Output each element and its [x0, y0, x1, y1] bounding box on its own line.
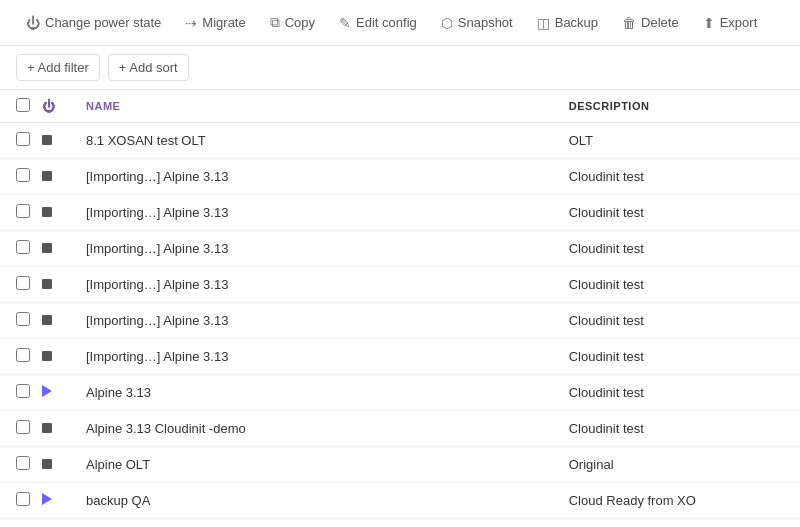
row-status-cell: [38, 159, 74, 195]
edit-icon: ✎: [339, 15, 351, 31]
row-status-cell: [38, 195, 74, 231]
snapshot-label: Snapshot: [458, 15, 513, 30]
row-status-cell: [38, 411, 74, 447]
description-column-header: Description: [557, 90, 800, 123]
row-name: Alpine OLT: [74, 447, 557, 483]
row-checkbox-cell: [0, 159, 38, 195]
row-checkbox[interactable]: [16, 348, 30, 362]
row-checkbox-cell: [0, 411, 38, 447]
row-checkbox[interactable]: [16, 456, 30, 470]
row-description: Cloudinit test: [557, 303, 800, 339]
name-column-header: Name: [74, 90, 557, 123]
table-row: backup QACloud Ready from XO: [0, 483, 800, 519]
status-stopped-icon: [42, 135, 52, 145]
snapshot-button[interactable]: ⬡ Snapshot: [431, 9, 523, 37]
row-checkbox-cell: [0, 267, 38, 303]
add-sort-button[interactable]: + Add sort: [108, 54, 189, 81]
table-row: Alpine OLTOriginal: [0, 447, 800, 483]
row-description: Cloudinit test: [557, 231, 800, 267]
row-checkbox[interactable]: [16, 204, 30, 218]
power-icon: ⏻: [26, 15, 40, 31]
backup-button[interactable]: ◫ Backup: [527, 9, 608, 37]
row-description: Cloudinit test: [557, 195, 800, 231]
copy-button[interactable]: ⧉ Copy: [260, 8, 325, 37]
row-checkbox[interactable]: [16, 240, 30, 254]
row-status-cell: [38, 267, 74, 303]
vm-table: ⏻ Name Description 8.1 XOSAN test OLTOLT…: [0, 90, 800, 519]
table-row: [Importing…] Alpine 3.13Cloudinit test: [0, 303, 800, 339]
row-checkbox[interactable]: [16, 420, 30, 434]
migrate-icon: ⇢: [185, 15, 197, 31]
row-checkbox-cell: [0, 483, 38, 519]
row-status-cell: [38, 339, 74, 375]
row-description: Cloudinit test: [557, 267, 800, 303]
row-name: 8.1 XOSAN test OLT: [74, 123, 557, 159]
row-status-cell: [38, 483, 74, 519]
row-checkbox[interactable]: [16, 492, 30, 506]
row-checkbox-cell: [0, 303, 38, 339]
add-sort-label: + Add sort: [119, 60, 178, 75]
row-name: [Importing…] Alpine 3.13: [74, 195, 557, 231]
export-button[interactable]: ⬆ Export: [693, 9, 768, 37]
filter-bar: + Add filter + Add sort: [0, 46, 800, 90]
table-row: [Importing…] Alpine 3.13Cloudinit test: [0, 231, 800, 267]
row-checkbox[interactable]: [16, 312, 30, 326]
change-power-state-button[interactable]: ⏻ Change power state: [16, 9, 171, 37]
table-row: 8.1 XOSAN test OLTOLT: [0, 123, 800, 159]
row-checkbox-cell: [0, 123, 38, 159]
row-name: Alpine 3.13: [74, 375, 557, 411]
row-name: [Importing…] Alpine 3.13: [74, 231, 557, 267]
select-all-checkbox[interactable]: [16, 98, 30, 112]
row-status-cell: [38, 447, 74, 483]
row-description: Cloudinit test: [557, 375, 800, 411]
status-stopped-icon: [42, 171, 52, 181]
delete-button[interactable]: 🗑 Delete: [612, 9, 689, 37]
row-description: Original: [557, 447, 800, 483]
table-row: Alpine 3.13Cloudinit test: [0, 375, 800, 411]
table-row: [Importing…] Alpine 3.13Cloudinit test: [0, 267, 800, 303]
row-checkbox-cell: [0, 375, 38, 411]
select-all-header[interactable]: [0, 90, 38, 123]
row-name: backup QA: [74, 483, 557, 519]
add-filter-button[interactable]: + Add filter: [16, 54, 100, 81]
row-name: [Importing…] Alpine 3.13: [74, 339, 557, 375]
edit-config-label: Edit config: [356, 15, 417, 30]
row-status-cell: [38, 231, 74, 267]
toolbar: ⏻ Change power state ⇢ Migrate ⧉ Copy ✎ …: [0, 0, 800, 46]
row-checkbox[interactable]: [16, 276, 30, 290]
table-header-row: ⏻ Name Description: [0, 90, 800, 123]
status-stopped-icon: [42, 315, 52, 325]
table-body: 8.1 XOSAN test OLTOLT[Importing…] Alpine…: [0, 123, 800, 519]
row-status-cell: [38, 375, 74, 411]
row-checkbox-cell: [0, 447, 38, 483]
export-icon: ⬆: [703, 15, 715, 31]
delete-label: Delete: [641, 15, 679, 30]
table-row: [Importing…] Alpine 3.13Cloudinit test: [0, 195, 800, 231]
status-stopped-icon: [42, 459, 52, 469]
edit-config-button[interactable]: ✎ Edit config: [329, 9, 427, 37]
status-stopped-icon: [42, 207, 52, 217]
row-checkbox-cell: [0, 195, 38, 231]
row-checkbox[interactable]: [16, 384, 30, 398]
status-stopped-icon: [42, 351, 52, 361]
migrate-label: Migrate: [202, 15, 245, 30]
delete-icon: 🗑: [622, 15, 636, 31]
migrate-button[interactable]: ⇢ Migrate: [175, 9, 255, 37]
backup-label: Backup: [555, 15, 598, 30]
status-stopped-icon: [42, 279, 52, 289]
table-row: Alpine 3.13 Cloudinit -demoCloudinit tes…: [0, 411, 800, 447]
export-label: Export: [720, 15, 758, 30]
row-name: Alpine 3.13 Cloudinit -demo: [74, 411, 557, 447]
row-checkbox[interactable]: [16, 132, 30, 146]
row-status-cell: [38, 123, 74, 159]
status-stopped-icon: [42, 243, 52, 253]
row-description: Cloud Ready from XO: [557, 483, 800, 519]
table-row: [Importing…] Alpine 3.13Cloudinit test: [0, 339, 800, 375]
row-checkbox[interactable]: [16, 168, 30, 182]
status-running-icon: [42, 385, 52, 397]
row-name: [Importing…] Alpine 3.13: [74, 267, 557, 303]
copy-label: Copy: [285, 15, 315, 30]
backup-icon: ◫: [537, 15, 550, 31]
row-name: [Importing…] Alpine 3.13: [74, 159, 557, 195]
table-row: [Importing…] Alpine 3.13Cloudinit test: [0, 159, 800, 195]
